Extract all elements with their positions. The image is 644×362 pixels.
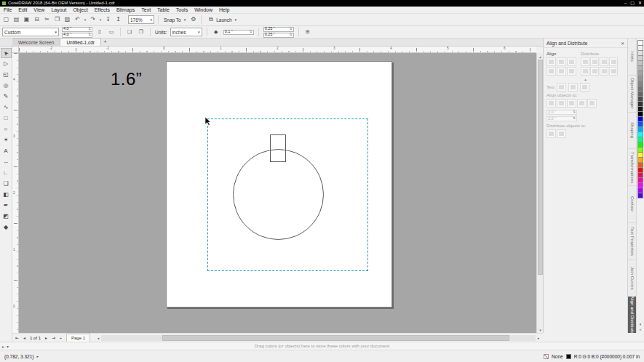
scroll-left-icon[interactable]: ◂ — [95, 336, 101, 340]
menu-item[interactable]: File — [4, 7, 12, 12]
align-to-target-button[interactable] — [577, 99, 587, 108]
docker-tab[interactable]: Transformations — [628, 149, 636, 186]
launch-dropdown[interactable]: ⧉ Launch ▾ — [205, 15, 238, 24]
stepper-icon[interactable]: ⇅ — [573, 110, 576, 114]
snap-to-dropdown[interactable]: Snap To ▾ — [162, 17, 187, 23]
previous-page-button[interactable]: ◂ — [21, 334, 28, 342]
zoom-level-combo[interactable]: 176% ▾ — [128, 15, 154, 24]
eyedropper-icon[interactable]: ▾ — [7, 344, 9, 349]
align-right-button[interactable] — [567, 57, 576, 66]
text-align-baseline-button[interactable] — [557, 83, 566, 92]
distribute-button[interactable] — [600, 67, 608, 76]
stepper-icon[interactable]: ⇅ — [290, 33, 293, 37]
align-top-button[interactable] — [546, 67, 556, 76]
docker-tab[interactable]: Hints — [628, 39, 636, 76]
stepper-icon[interactable]: ⇅ — [88, 28, 91, 31]
pick-tool[interactable]: ➤ — [1, 48, 12, 58]
page-width-input[interactable]: 4.0 " ⇅ — [62, 27, 92, 32]
docker-tab[interactable]: Shaping — [628, 113, 636, 150]
open-button[interactable]: ▤ — [12, 15, 20, 24]
page-size-preset-combo[interactable]: Custom ▾ — [2, 28, 59, 36]
text-align-bounding-box-button[interactable] — [568, 83, 578, 92]
polygon-tool[interactable]: ✶ — [1, 135, 12, 145]
scrollbar-thumb[interactable] — [538, 60, 543, 275]
last-page-button[interactable]: ⇥ — [50, 334, 57, 342]
current-page-button[interactable]: ❏ — [125, 28, 134, 36]
docker-tab[interactable]: Text Properties — [628, 223, 636, 260]
align-center-vertical-button[interactable] — [557, 67, 566, 76]
collapse-chevron-icon[interactable]: ▴ — [546, 77, 624, 81]
new-tab-button[interactable]: + — [101, 38, 109, 46]
maximize-button[interactable]: ▢ — [630, 0, 635, 7]
docker-tab[interactable]: Contour — [628, 186, 636, 223]
parallel-dimension-tool[interactable]: ↔ — [1, 157, 12, 167]
distribute-to-extent-button[interactable] — [546, 129, 556, 138]
document-tab[interactable]: Untitled-1.cdr — [60, 38, 101, 46]
crop-tool[interactable]: ◱ — [1, 70, 12, 80]
palette-scroll-down-icon[interactable]: ▾ — [640, 322, 642, 326]
docker-tab[interactable]: Object Manager — [628, 76, 636, 113]
options-gear-button[interactable]: ⚙ — [189, 15, 197, 24]
horizontal-ruler[interactable]: -2-10123456 — [19, 47, 536, 53]
text-align-option-button[interactable] — [580, 83, 589, 92]
menu-item[interactable]: Edit — [18, 7, 27, 12]
transparency-tool[interactable]: ◧ — [1, 190, 12, 200]
vertical-scrollbar[interactable]: ▴ ▾ — [536, 53, 543, 333]
landscape-button[interactable]: ▭ — [107, 28, 116, 36]
new-document-button[interactable]: ▢ — [2, 15, 10, 24]
stepper-icon[interactable]: ⇅ — [88, 33, 91, 37]
stepper-icon[interactable]: ⇅ — [290, 28, 293, 31]
stepper-icon[interactable]: ⇅ — [573, 117, 576, 121]
docker-tab[interactable]: Join Curves — [628, 260, 636, 297]
menu-item[interactable]: Bitmaps — [116, 7, 135, 12]
distribute-to-page-button[interactable] — [557, 129, 566, 138]
save-button[interactable]: ▣ — [23, 15, 31, 24]
export-button[interactable]: ↥ — [114, 15, 122, 24]
cut-button[interactable]: ✂ — [43, 15, 51, 24]
duplicate-x-input[interactable]: 0.25 " ⇅ — [263, 27, 294, 32]
status-flyout-icon[interactable]: ▸ — [36, 354, 39, 358]
text-tool[interactable]: A — [1, 146, 12, 156]
portrait-button[interactable]: ▯ — [95, 28, 104, 36]
distribute-button[interactable] — [581, 57, 589, 66]
menu-item[interactable]: Window — [194, 7, 212, 12]
distribute-button[interactable] — [609, 57, 618, 66]
page-height-input[interactable]: 4.0 " ⇅ — [62, 33, 92, 38]
undo-dropdown[interactable]: ▾ — [84, 15, 87, 24]
menu-item[interactable]: Tools — [176, 7, 188, 12]
horizontal-scrollbar[interactable]: ◂ ▸ — [95, 334, 541, 342]
menu-item[interactable]: View — [33, 7, 44, 12]
palette-expand-icon[interactable]: » — [640, 327, 642, 331]
freehand-tool[interactable]: ✎ — [1, 92, 12, 102]
add-page-button[interactable]: + — [57, 334, 64, 342]
menu-item[interactable]: Object — [73, 7, 87, 12]
scrollbar-thumb[interactable] — [162, 335, 510, 341]
print-button[interactable]: ⊟ — [33, 15, 41, 24]
spacing-x-input[interactable]: 2.0 " ⇅ — [546, 110, 577, 115]
distribute-button[interactable] — [590, 57, 599, 66]
menu-item[interactable]: Help — [219, 7, 229, 12]
import-button[interactable]: ↧ — [104, 15, 112, 24]
zoom-tool[interactable]: ◎ — [1, 81, 12, 91]
menu-item[interactable]: Effects — [95, 7, 110, 12]
snap-grid-button[interactable]: ⊞ — [303, 28, 312, 36]
menu-item[interactable]: Table — [157, 7, 170, 12]
flyout-arrow-icon[interactable]: ▸ — [2, 344, 4, 349]
page-tab[interactable]: Page 1 — [66, 334, 90, 342]
align-center-horizontal-button[interactable] — [557, 57, 566, 66]
ruler-origin[interactable] — [12, 47, 19, 53]
minimize-button[interactable]: – — [624, 0, 627, 7]
vertical-ruler[interactable]: 43210 — [12, 53, 19, 333]
interactive-fill-tool[interactable]: ◩ — [1, 212, 12, 222]
distribute-button[interactable] — [609, 67, 618, 76]
align-to-target-button[interactable] — [567, 99, 576, 108]
align-bottom-button[interactable] — [567, 67, 576, 76]
docker-tab[interactable]: Align and Distribute — [628, 297, 636, 333]
align-to-target-button[interactable] — [546, 99, 556, 108]
all-pages-button[interactable]: ❐ — [137, 28, 146, 36]
distribute-button[interactable] — [600, 57, 608, 66]
redo-button[interactable]: ↷ — [89, 15, 97, 24]
align-to-target-button[interactable] — [557, 99, 566, 108]
first-page-button[interactable]: ⇤ — [14, 334, 20, 342]
next-page-button[interactable]: ▸ — [43, 334, 49, 342]
